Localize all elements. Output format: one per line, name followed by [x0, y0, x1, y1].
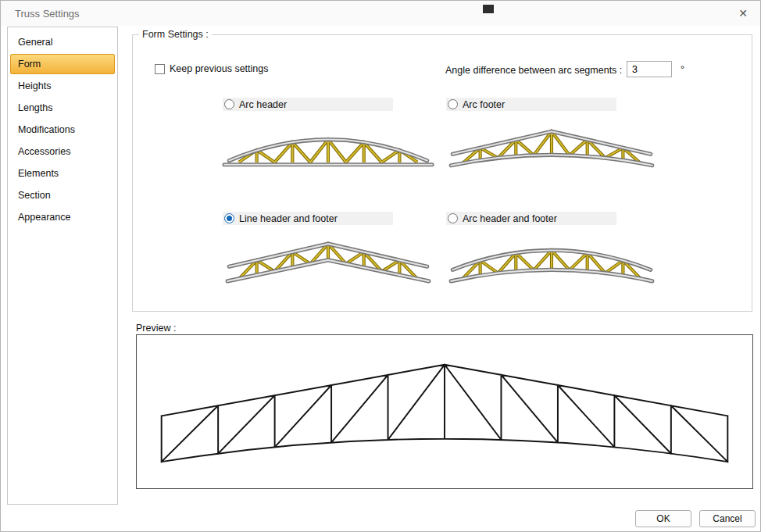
- sidebar-item-lengths[interactable]: Lengths: [10, 98, 115, 118]
- line-header-footer-radio[interactable]: [224, 213, 234, 223]
- cancel-button[interactable]: Cancel: [699, 510, 756, 527]
- keep-previous-settings-checkbox[interactable]: [155, 64, 165, 74]
- ok-button[interactable]: OK: [635, 510, 691, 527]
- option-arc-header: Arc header: [223, 98, 435, 174]
- preview-truss-drawing: [150, 341, 739, 484]
- option-arc-footer: Arc footer: [446, 98, 659, 174]
- keep-previous-settings-row[interactable]: Keep previous settings: [155, 63, 268, 74]
- truss-settings-dialog: Truss Settings ✕ General Form Heights Le…: [0, 0, 761, 532]
- sidebar-item-modifications[interactable]: Modifications: [10, 120, 115, 140]
- angle-difference-label: Angle difference between arc segments :: [445, 65, 622, 76]
- arc-header-thumbnail[interactable]: [223, 123, 435, 174]
- preview-panel: [136, 334, 753, 489]
- arc-footer-radio[interactable]: [448, 99, 458, 109]
- degree-unit-label: °: [681, 63, 684, 75]
- form-settings-legend: Form Settings :: [139, 29, 212, 40]
- settings-category-list: General Form Heights Lengths Modificatio…: [7, 27, 118, 505]
- arc-header-radio-row[interactable]: Arc header: [223, 98, 393, 111]
- arc-header-footer-thumbnail[interactable]: [446, 237, 659, 288]
- title-bar: Truss Settings ✕: [1, 1, 760, 26]
- arc-footer-label: Arc footer: [463, 99, 505, 110]
- angle-difference-input[interactable]: [627, 61, 672, 77]
- arc-header-footer-radio-row[interactable]: Arc header and footer: [446, 212, 616, 225]
- sidebar-item-accessories[interactable]: Accessories: [10, 141, 115, 162]
- arc-footer-thumbnail[interactable]: [446, 123, 659, 174]
- sidebar-item-general[interactable]: General: [10, 32, 115, 52]
- option-arc-header-footer: Arc header and footer: [446, 212, 659, 288]
- line-header-footer-label: Line header and footer: [239, 213, 338, 224]
- sidebar-item-section[interactable]: Section: [10, 185, 115, 205]
- title-bar-artifact: [483, 5, 494, 13]
- arc-header-footer-radio[interactable]: [448, 213, 458, 223]
- sidebar-item-appearance[interactable]: Appearance: [10, 207, 115, 227]
- sidebar-item-heights[interactable]: Heights: [10, 76, 115, 96]
- close-icon[interactable]: ✕: [734, 5, 752, 21]
- sidebar-item-elements[interactable]: Elements: [10, 163, 115, 184]
- window-title: Truss Settings: [15, 8, 80, 20]
- sidebar-item-form[interactable]: Form: [10, 54, 115, 74]
- line-header-footer-radio-row[interactable]: Line header and footer: [223, 212, 393, 225]
- preview-label: Preview :: [136, 323, 176, 334]
- arc-header-radio[interactable]: [224, 99, 234, 109]
- line-header-footer-thumbnail[interactable]: [223, 237, 435, 288]
- arc-footer-radio-row[interactable]: Arc footer: [446, 98, 616, 111]
- arc-header-label: Arc header: [239, 99, 287, 110]
- form-settings-group: Form Settings : Keep previous settings A…: [132, 29, 752, 312]
- option-line-header-footer: Line header and footer: [223, 212, 435, 288]
- arc-header-footer-label: Arc header and footer: [463, 213, 557, 224]
- keep-previous-settings-label: Keep previous settings: [170, 63, 268, 74]
